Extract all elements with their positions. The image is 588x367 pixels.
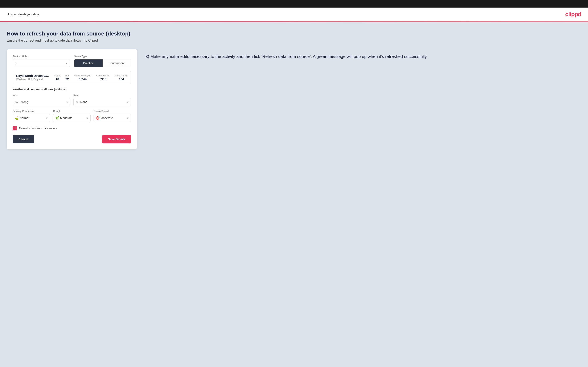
wind-select[interactable]: None Light Moderate Strong Very Strong [13, 98, 70, 106]
button-row: Cancel Save Details [13, 135, 131, 143]
conditions-section-title: Weather and course conditions (optional) [13, 88, 131, 91]
course-info: Royal North Devon GC, Westward Ho!, Engl… [16, 74, 49, 81]
wind-icon: 🌬 [15, 100, 18, 104]
tournament-button[interactable]: Tournament [103, 59, 131, 67]
page-title: How to refresh your data from source (de… [7, 30, 581, 37]
page-subtitle: Ensure the correct and most up to date d… [7, 39, 581, 42]
course-rating-value: 72.5 [96, 77, 110, 81]
fairway-group: Fairway Conditions ⛳ Very Soft Soft Norm… [13, 110, 50, 122]
par-label: Par [65, 74, 69, 77]
fairway-select-wrapper: ⛳ Very Soft Soft Normal Firm Very Firm ▾ [13, 114, 50, 122]
course-location: Westward Ho!, England [16, 78, 49, 81]
game-type-buttons: Practice Tournament [74, 59, 131, 67]
rain-select[interactable]: None Light Moderate Heavy [73, 98, 131, 106]
form-card: Starting Hole 1 10 ▾ Game Type Practice … [7, 49, 137, 149]
rough-label: Rough [53, 110, 91, 113]
conditions-grid-bottom: Fairway Conditions ⛳ Very Soft Soft Norm… [13, 110, 131, 122]
par-stat: Par 72 [65, 74, 69, 81]
practice-button[interactable]: Practice [74, 59, 103, 67]
instruction-panel: 3) Make any extra edits necessary to the… [146, 49, 581, 60]
wind-group: Wind 🌬 None Light Moderate Strong Very S… [13, 94, 70, 106]
slope-rating-value: 134 [115, 77, 128, 81]
holes-value: 18 [54, 77, 60, 81]
game-type-label: Game Type [74, 55, 131, 58]
green-speed-label: Green Speed [94, 110, 131, 113]
game-type-group: Game Type Practice Tournament [74, 55, 131, 67]
par-value: 72 [65, 77, 69, 81]
rain-select-wrapper: ☀ None Light Moderate Heavy ▾ [73, 98, 131, 106]
logo: clippd [565, 11, 581, 18]
cancel-button[interactable]: Cancel [13, 135, 34, 143]
holes-stat: Holes 18 [54, 74, 60, 81]
yards-value: 6,744 [74, 77, 91, 81]
rough-icon: 🌿 [55, 116, 59, 120]
fairway-icon: ⛳ [15, 116, 19, 120]
refresh-checkbox-label: Refresh shots from data source [19, 127, 57, 130]
rain-label: Rain [73, 94, 131, 97]
rain-group: Rain ☀ None Light Moderate Heavy ▾ [73, 94, 131, 106]
course-stats: Holes 18 Par 72 Yards/White (M)) 6,744 C… [54, 74, 128, 81]
slope-rating-label: Slope rating [115, 74, 128, 77]
content-layout: Starting Hole 1 10 ▾ Game Type Practice … [7, 49, 581, 149]
holes-label: Holes [54, 74, 60, 77]
yards-stat: Yards/White (M)) 6,744 [74, 74, 91, 81]
yards-label: Yards/White (M)) [74, 74, 91, 77]
green-speed-select-wrapper: 🎯 Slow Medium Slow Medium Moderate Fast … [94, 114, 131, 122]
course-rating-label: Course rating [96, 74, 110, 77]
course-row: Royal North Devon GC, Westward Ho!, Engl… [13, 71, 131, 84]
starting-hole-select-wrapper: 1 10 ▾ [13, 59, 70, 67]
rain-icon: ☀ [76, 100, 78, 104]
instruction-text: 3) Make any extra edits necessary to the… [146, 53, 581, 60]
top-bar [0, 0, 588, 8]
header-title: How to refresh your data [7, 13, 39, 16]
starting-hole-group: Starting Hole 1 10 ▾ [13, 55, 70, 67]
course-rating-stat: Course rating 72.5 [96, 74, 110, 81]
refresh-checkbox[interactable] [13, 126, 17, 130]
green-speed-group: Green Speed 🎯 Slow Medium Slow Medium Mo… [94, 110, 131, 122]
course-name: Royal North Devon GC, [16, 74, 49, 77]
starting-hole-select[interactable]: 1 10 [13, 59, 70, 67]
conditions-grid-top: Wind 🌬 None Light Moderate Strong Very S… [13, 94, 131, 106]
wind-label: Wind [13, 94, 70, 97]
wind-select-wrapper: 🌬 None Light Moderate Strong Very Strong… [13, 98, 70, 106]
rough-group: Rough 🌿 Short Normal Moderate Long Very … [53, 110, 91, 122]
save-button[interactable]: Save Details [102, 135, 131, 143]
starting-hole-label: Starting Hole [13, 55, 70, 58]
top-form-row: Starting Hole 1 10 ▾ Game Type Practice … [13, 55, 131, 67]
slope-rating-stat: Slope rating 134 [115, 74, 128, 81]
header: How to refresh your data clippd [0, 8, 588, 21]
fairway-label: Fairway Conditions [13, 110, 50, 113]
main-content: How to refresh your data from source (de… [0, 22, 588, 367]
refresh-checkbox-row: Refresh shots from data source [13, 126, 131, 130]
green-speed-icon: 🎯 [96, 116, 100, 120]
rough-select-wrapper: 🌿 Short Normal Moderate Long Very Long ▾ [53, 114, 91, 122]
